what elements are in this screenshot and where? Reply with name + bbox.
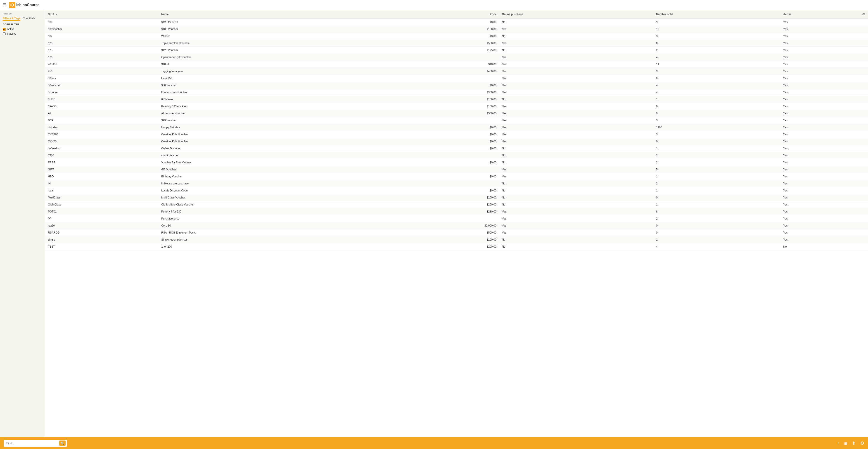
cell-active: Yes	[780, 33, 859, 40]
cell-actions	[859, 208, 868, 215]
cell-active: Yes	[780, 229, 859, 236]
cell-online-purchase: No	[499, 159, 653, 166]
cell-sku: HBD	[45, 173, 158, 180]
cell-price: $0.00	[398, 131, 499, 138]
cell-number-sold: 1	[653, 173, 780, 180]
cell-price: $100.00	[398, 236, 499, 243]
filter-inactive[interactable]: Inactive	[3, 32, 42, 35]
table-row[interactable]: 125$125 Voucher$125.00No2Yes	[45, 47, 868, 54]
cell-online-purchase: Yes	[499, 110, 653, 117]
sku-sort-icon: ▲	[55, 13, 58, 16]
cell-number-sold: 1	[653, 145, 780, 152]
cell-price: $0.00	[398, 124, 499, 131]
table-row[interactable]: CRVcredit VoucherNo2Yes	[45, 152, 868, 159]
cell-name: Birthday Voucher	[158, 173, 398, 180]
tab-filters-tags[interactable]: Filters & Tags	[3, 17, 20, 21]
cell-active: Yes	[780, 40, 859, 47]
cell-price: $0.00	[398, 19, 499, 26]
cell-active: Yes	[780, 208, 859, 215]
list-view-button[interactable]: ▦	[844, 441, 847, 446]
cell-active: Yes	[780, 215, 859, 222]
cell-price: $0.00	[398, 138, 499, 145]
table-row[interactable]: MultiClassMulti Class Voucher$250.00No0Y…	[45, 194, 868, 201]
table-row[interactable]: IHIn House pre purchaseNo2Yes	[45, 180, 868, 187]
table-row[interactable]: 6LIFE6 Classes$100.00No1Yes	[45, 96, 868, 103]
cell-name: Voucher for Free Course	[158, 159, 398, 166]
cell-online-purchase: No	[499, 194, 653, 201]
table-row[interactable]: RSARCGRSA - RCG Enrolment Pack...$500.00…	[45, 229, 868, 236]
table-row[interactable]: TEST1 for 200$200.00No4No	[45, 243, 868, 250]
cell-name: Five courses voucher	[158, 89, 398, 96]
cell-price	[398, 152, 499, 159]
share-button[interactable]: ⬆	[852, 440, 856, 446]
cell-sku: local	[45, 187, 158, 194]
cell-price: $500.00	[398, 40, 499, 47]
table-row[interactable]: CKV50Creative Kids Voucher$0.00Yes0Yes	[45, 138, 868, 145]
table-row[interactable]: 40off01$40 off$40.00Yes11Yes	[45, 61, 868, 68]
cell-actions	[859, 236, 868, 243]
online-purchase-header-label: Online purchase	[502, 13, 523, 16]
cell-number-sold: 4	[653, 82, 780, 89]
cell-online-purchase: Yes	[499, 124, 653, 131]
visibility-toggle-button[interactable]: 👁	[862, 12, 865, 16]
cell-actions	[859, 103, 868, 110]
table-row[interactable]: 100$125 for $100$0.00No9Yes	[45, 19, 868, 26]
table-row[interactable]: 50lessLess $50Yes0Yes	[45, 75, 868, 82]
cell-price: $0.00	[398, 82, 499, 89]
col-header-sku[interactable]: SKU ▲	[45, 10, 158, 19]
cell-sku: OldMClass	[45, 201, 158, 208]
cell-price: $250.00	[398, 194, 499, 201]
cell-number-sold: 3	[653, 68, 780, 75]
table-row[interactable]: birthdayHappy Birthday$0.00Yes1105Yes	[45, 124, 868, 131]
hamburger-menu[interactable]: ☰	[3, 2, 6, 7]
cell-actions	[859, 166, 868, 173]
table-row[interactable]: PPPurchase priceYes2Yes	[45, 215, 868, 222]
tab-checklists[interactable]: Checklists	[23, 17, 35, 21]
cell-sku: coffeedisc	[45, 145, 158, 152]
table-row[interactable]: 50voucher$50 Voucher$0.00Yes4Yes	[45, 82, 868, 89]
cell-name: Single redemption test	[158, 236, 398, 243]
table-row[interactable]: CKR100Creative Kids Voucher$0.00Yes3Yes	[45, 131, 868, 138]
cell-number-sold: 2	[653, 159, 780, 166]
table-row[interactable]: OldMClassOld Multiple Class Voucher$250.…	[45, 201, 868, 208]
main-layout: Filter by Filters & Tags Checklists CORE…	[0, 10, 868, 437]
table-row[interactable]: POT01Pottery 4 for 280$280.00Yes8Yes	[45, 208, 868, 215]
cell-online-purchase: Yes	[499, 138, 653, 145]
name-header-label: Name	[161, 13, 169, 16]
filter-active[interactable]: Active	[3, 28, 42, 31]
table-row[interactable]: rsa20Corp 30$2,000.00Yes0Yes	[45, 222, 868, 229]
table-row[interactable]: 456Tagging for a year$400.00Yes3Yes	[45, 68, 868, 75]
table-row[interactable]: AllAll courses voucher$500.00Yes0Yes	[45, 110, 868, 117]
active-checkbox[interactable]	[3, 28, 6, 31]
cell-name: Tagging for a year	[158, 68, 398, 75]
cell-online-purchase: No	[499, 47, 653, 54]
table-row[interactable]: 100voucher$100 Voucher$100.00Yes13Yes	[45, 26, 868, 33]
col-header-visibility: 👁	[859, 10, 868, 19]
table-row[interactable]: 123Triple enrolment bundle$500.00Yes8Yes	[45, 40, 868, 47]
add-button[interactable]: +	[837, 441, 839, 446]
cell-active: Yes	[780, 145, 859, 152]
cell-actions	[859, 187, 868, 194]
table-row[interactable]: singleSingle redemption test$100.00No1Ye…	[45, 236, 868, 243]
cell-active: Yes	[780, 152, 859, 159]
table-row[interactable]: 5courseFive courses voucher$300.00Yes4Ye…	[45, 89, 868, 96]
table-row[interactable]: 176Open ended gift voucherYes4Yes	[45, 54, 868, 61]
table-row[interactable]: BCA$99 VoucherYes3Yes	[45, 117, 868, 124]
table-row[interactable]: GIFTGift VoucherYes5Yes	[45, 166, 868, 173]
table-row[interactable]: coffeediscCoffee Discount$0.00No1Yes	[45, 145, 868, 152]
cell-online-purchase: Yes	[499, 26, 653, 33]
filter-by-label: Filter by	[3, 12, 42, 15]
table-row[interactable]: localLocals Discount Code$0.00No1Yes	[45, 187, 868, 194]
table-row[interactable]: 6PASSPainting 6 Class Pass$100.00Yes0Yes	[45, 103, 868, 110]
table-row[interactable]: FREEVoucher for Free Course$0.00No2Yes	[45, 159, 868, 166]
table-row[interactable]: HBDBirthday Voucher$0.00Yes1Yes	[45, 173, 868, 180]
search-submit-button[interactable]: 🔍	[59, 441, 66, 446]
cell-name: $100 Voucher	[158, 26, 398, 33]
cell-price: $280.00	[398, 208, 499, 215]
cell-online-purchase: No	[499, 96, 653, 103]
table-row[interactable]: 10kWinner$0.00No3Yes	[45, 33, 868, 40]
inactive-checkbox[interactable]	[3, 32, 6, 35]
search-input[interactable]	[4, 440, 67, 447]
settings-button[interactable]: ⚙	[860, 440, 864, 446]
cell-sku: rsa20	[45, 222, 158, 229]
